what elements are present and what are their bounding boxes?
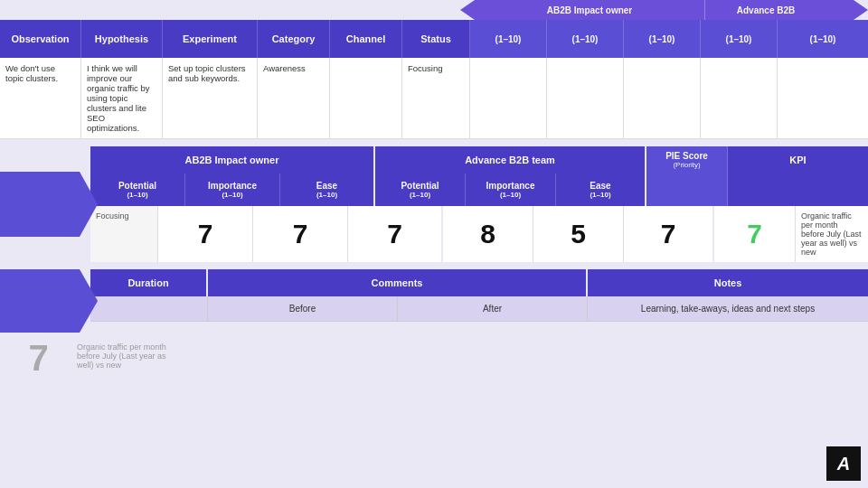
cell-status: Focusing bbox=[402, 58, 470, 138]
bottom-data-area: 7 Organic traffic per month before July … bbox=[0, 333, 868, 379]
cell-experiment: Set up topic clusters and sub keywords. bbox=[163, 58, 258, 138]
mid-sub-col2: Importance (1–10) bbox=[185, 174, 280, 206]
cell-s3 bbox=[624, 58, 701, 138]
col-header-category: Category bbox=[258, 20, 330, 58]
mid-cell-v1: 7 bbox=[158, 206, 253, 262]
divider-2 bbox=[0, 262, 868, 269]
logo-symbol: A bbox=[837, 454, 850, 474]
bot-table-wrap: Duration Comments Notes Before After bbox=[90, 269, 868, 333]
bot-comments-header: Comments bbox=[208, 269, 588, 296]
mid-cell-v6: 7 bbox=[624, 206, 714, 262]
col-header-s2: (1–10) bbox=[547, 20, 624, 58]
bot-dur-sub bbox=[90, 296, 208, 321]
mid-arrow bbox=[0, 146, 90, 262]
logo-box: A bbox=[826, 446, 861, 481]
mid-cell-v4: 8 bbox=[443, 206, 533, 262]
bot-after-sub: After bbox=[398, 296, 588, 321]
mid-group-ab2b: AB2B Impact owner bbox=[90, 146, 375, 174]
bot-dur-header: Duration bbox=[90, 269, 208, 296]
col-header-s1: (1–10) bbox=[470, 20, 547, 58]
mid-cell-v3: 7 bbox=[348, 206, 443, 262]
divider-1 bbox=[0, 139, 868, 146]
mid-cell-pie: 7 bbox=[714, 206, 796, 262]
bottom-val: 7 bbox=[0, 338, 72, 379]
cell-observation: We don't use topic clusters. bbox=[0, 58, 81, 138]
mid-cell-kpi: Organic traffic per month before July (L… bbox=[796, 206, 868, 262]
col-header-channel: Channel bbox=[330, 20, 402, 58]
mid-section: AB2B Impact owner Advance B2B team PIE S… bbox=[0, 146, 868, 262]
mid-group-kpi: KPI bbox=[728, 146, 868, 174]
cell-s1 bbox=[470, 58, 547, 138]
mid-cell-v2: 7 bbox=[253, 206, 348, 262]
mid-cell-status: Focusing bbox=[90, 206, 158, 262]
mid-sub-kpi bbox=[728, 174, 868, 206]
bot-section: Duration Comments Notes Before After bbox=[0, 269, 868, 333]
mid-sub-pie bbox=[646, 174, 728, 206]
mid-sub-col6: Ease (1–10) bbox=[556, 174, 646, 206]
group-header-adv: Advance B2B bbox=[737, 5, 795, 15]
mid-sub-col1: Potential (1–10) bbox=[90, 174, 185, 206]
col-header-experiment: Experiment bbox=[163, 20, 258, 58]
col-header-s3: (1–10) bbox=[624, 20, 701, 58]
mid-group-adv: Advance B2B team bbox=[375, 146, 646, 174]
col-header-status: Status bbox=[402, 20, 470, 58]
top-section: AB2B Impact owner Advance B2B Observatio… bbox=[0, 0, 868, 139]
cell-s5 bbox=[778, 58, 868, 138]
bot-notes-sub: Learning, take-aways, ideas and next ste… bbox=[588, 296, 868, 321]
cell-s2 bbox=[547, 58, 624, 138]
col-header-s4: (1–10) bbox=[701, 20, 778, 58]
col-header-observation: Observation bbox=[0, 20, 81, 58]
bot-notes-header: Notes bbox=[588, 269, 868, 296]
mid-sub-col3: Ease (1–10) bbox=[280, 174, 375, 206]
bot-before-sub: Before bbox=[208, 296, 398, 321]
mid-cell-v5: 5 bbox=[533, 206, 624, 262]
cell-s4 bbox=[701, 58, 778, 138]
page: AB2B Impact owner Advance B2B Observatio… bbox=[0, 0, 868, 488]
col-header-s5: (1–10) bbox=[778, 20, 868, 58]
group-header-ab2b: AB2B Impact owner bbox=[547, 5, 632, 15]
mid-sub-col5: Importance (1–10) bbox=[466, 174, 556, 206]
mid-table-wrap: AB2B Impact owner Advance B2B team PIE S… bbox=[90, 146, 868, 262]
mid-sub-col4: Potential (1–10) bbox=[375, 174, 466, 206]
mid-group-pie: PIE Score (Priority) bbox=[646, 146, 728, 174]
cell-channel bbox=[330, 58, 402, 138]
bottom-kpi-text: Organic traffic per month before July (L… bbox=[72, 338, 172, 379]
cell-category: Awareness bbox=[258, 58, 330, 138]
cell-hypothesis: I think we will improve our organic traf… bbox=[81, 58, 163, 138]
col-header-hypothesis: Hypothesis bbox=[81, 20, 163, 58]
bot-arrow bbox=[0, 269, 90, 333]
